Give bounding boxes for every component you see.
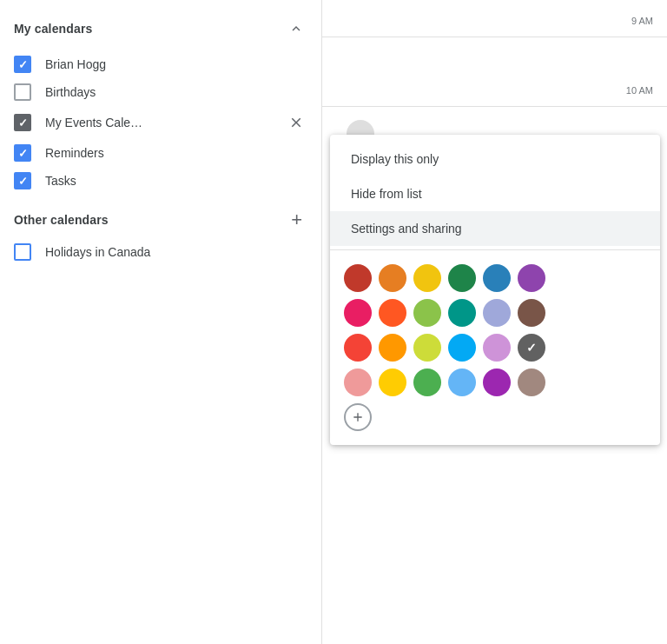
check-mark: ✓: [18, 59, 28, 70]
color-lavender2[interactable]: [483, 334, 511, 362]
color-citron[interactable]: [413, 334, 441, 362]
menu-item-display-only[interactable]: Display this only: [330, 142, 660, 176]
color-picker: [330, 254, 660, 438]
color-sage3[interactable]: [413, 368, 441, 396]
color-flamingo[interactable]: [379, 264, 406, 292]
time-line-9am: [322, 37, 667, 37]
color-banana[interactable]: [413, 264, 441, 292]
color-sage[interactable]: [448, 264, 476, 292]
color-peacock3[interactable]: [448, 368, 476, 396]
menu-label-display-only: Display this only: [351, 152, 439, 166]
my-calendars-title: My calendars: [14, 22, 92, 36]
color-tomato[interactable]: [344, 264, 372, 292]
color-row-2: [344, 299, 646, 327]
calendar-label-reminders: Reminders: [45, 146, 307, 160]
color-basil[interactable]: [448, 299, 476, 327]
menu-label-hide-from-list: Hide from list: [351, 187, 422, 201]
calendar-label-brian-hogg: Brian Hogg: [45, 57, 307, 71]
my-calendars-header: My calendars: [0, 10, 321, 47]
check-mark: ✓: [18, 117, 28, 129]
color-pink[interactable]: [344, 299, 372, 327]
color-banana2[interactable]: [379, 368, 406, 396]
checkbox-birthdays[interactable]: [14, 83, 31, 101]
color-sage2[interactable]: [413, 299, 441, 327]
color-peacock[interactable]: [483, 264, 511, 292]
calendar-label-my-events: My Events Cale…: [45, 116, 285, 129]
calendar-item-brian-hogg[interactable]: ✓ Brian Hogg: [0, 50, 321, 78]
calendar-label-tasks: Tasks: [45, 174, 307, 188]
menu-divider: [330, 249, 660, 250]
plus-icon: [351, 410, 365, 424]
color-grape[interactable]: [518, 264, 545, 292]
checkbox-tasks[interactable]: ✓: [14, 172, 31, 189]
chevron-up-icon: [288, 21, 304, 37]
other-calendars-header: Other calendars +: [0, 195, 321, 238]
color-tomato2[interactable]: [344, 334, 372, 362]
add-custom-color-button[interactable]: [344, 403, 372, 431]
color-graphite2[interactable]: [518, 334, 545, 362]
calendar-item-tasks[interactable]: ✓ Tasks: [0, 167, 321, 195]
check-mark: ✓: [18, 176, 28, 187]
checkbox-reminders[interactable]: ✓: [14, 144, 31, 162]
close-my-events-button[interactable]: [285, 111, 307, 134]
color-tangerine[interactable]: [379, 299, 406, 327]
menu-label-settings-sharing: Settings and sharing: [351, 222, 462, 236]
calendar-item-birthdays[interactable]: Birthdays: [0, 78, 321, 106]
color-tangerine2[interactable]: [379, 334, 406, 362]
calendar-label-holidays-canada: Holidays in Canada: [45, 245, 307, 259]
color-row-3: [344, 334, 646, 362]
calendar-item-reminders[interactable]: ✓ Reminders: [0, 139, 321, 167]
color-flamingo2[interactable]: [344, 368, 372, 396]
color-grape2[interactable]: [483, 368, 511, 396]
other-calendars-title: Other calendars: [14, 213, 109, 227]
menu-item-hide-from-list[interactable]: Hide from list: [330, 176, 660, 211]
calendar-item-my-events[interactable]: ✓ My Events Cale…: [0, 106, 321, 139]
context-menu: Display this only Hide from list Setting…: [330, 135, 660, 445]
checkbox-holidays-canada[interactable]: [14, 243, 31, 261]
time-line-10am: [322, 106, 667, 107]
collapse-my-calendars-button[interactable]: [285, 17, 307, 40]
time-label-10am: 10 AM: [626, 85, 653, 96]
color-lavender[interactable]: [483, 299, 511, 327]
time-label-9am: 9 AM: [631, 16, 653, 26]
add-other-calendar-button[interactable]: +: [286, 209, 307, 231]
close-icon: [288, 115, 304, 130]
calendar-item-holidays-canada[interactable]: Holidays in Canada: [0, 238, 321, 266]
color-peacock2[interactable]: [448, 334, 476, 362]
check-mark: ✓: [18, 148, 28, 159]
color-graphite3[interactable]: [518, 368, 545, 396]
checkbox-my-events[interactable]: ✓: [14, 114, 31, 131]
color-row-4: [344, 368, 646, 396]
checkbox-brian-hogg[interactable]: ✓: [14, 56, 31, 73]
calendar-label-birthdays: Birthdays: [45, 85, 307, 99]
color-row-1: [344, 264, 646, 292]
menu-item-settings-sharing[interactable]: Settings and sharing: [330, 211, 660, 246]
color-graphite[interactable]: [518, 299, 545, 327]
sidebar: My calendars ✓ Brian Hogg Birthdays ✓ My: [0, 0, 321, 644]
